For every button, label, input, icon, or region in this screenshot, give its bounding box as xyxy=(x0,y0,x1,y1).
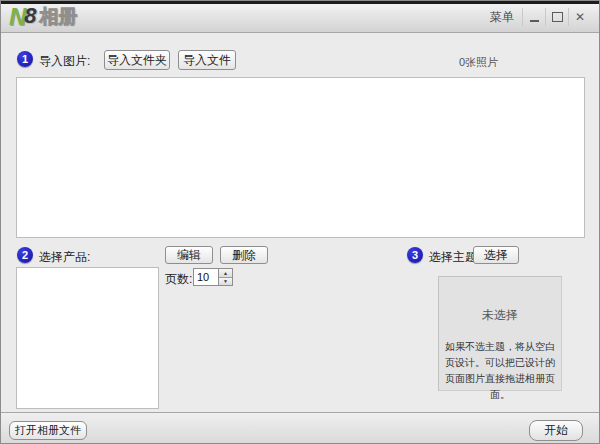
step3-number: 3 xyxy=(412,249,418,261)
close-button[interactable]: ✕ xyxy=(568,8,591,26)
spin-up-icon: ▲ xyxy=(223,270,228,276)
spin-down-icon: ▼ xyxy=(223,278,228,284)
maximize-button[interactable] xyxy=(545,8,568,26)
step2-number: 2 xyxy=(22,249,28,261)
minimize-icon xyxy=(530,20,539,22)
theme-select-button[interactable]: 选择 xyxy=(473,246,519,264)
theme-preview-title: 未选择 xyxy=(439,307,561,324)
pages-value[interactable]: 10 xyxy=(194,269,218,285)
window-controls: 菜单 ✕ xyxy=(482,1,591,33)
close-icon: ✕ xyxy=(575,10,585,24)
pages-spinner: ▲ ▼ xyxy=(218,269,232,285)
import-file-button[interactable]: 导入文件 xyxy=(178,50,236,70)
footer-bar: 打开相册文件 开始 xyxy=(1,412,599,444)
import-images-label: 导入图片: xyxy=(39,53,90,70)
minimize-button[interactable] xyxy=(522,8,545,26)
maximize-icon xyxy=(552,12,563,22)
delete-button[interactable]: 删除 xyxy=(220,246,268,264)
theme-preview-box[interactable]: 未选择 如果不选主题，将从空白页设计。可以把已设计的页面图片直接拖进相册页面。 xyxy=(438,276,562,391)
photo-list-panel[interactable] xyxy=(16,77,585,238)
start-button[interactable]: 开始 xyxy=(529,420,583,441)
import-folder-button[interactable]: 导入文件夹 xyxy=(104,50,170,70)
open-album-file-button[interactable]: 打开相册文件 xyxy=(9,421,87,440)
pages-spinbox[interactable]: 10 ▲ ▼ xyxy=(193,268,233,286)
step3-badge: 3 xyxy=(407,247,423,263)
app-window: N 8 相册 菜单 ✕ 1 导入图片: 导入文件夹 导入文件 0张照片 2 选择… xyxy=(0,0,600,444)
edit-button[interactable]: 编辑 xyxy=(165,246,213,264)
product-list-panel[interactable] xyxy=(16,267,159,409)
spin-up-button[interactable]: ▲ xyxy=(219,269,232,278)
theme-preview-note: 如果不选主题，将从空白页设计。可以把已设计的页面图片直接拖进相册页面。 xyxy=(443,339,557,403)
step1-badge: 1 xyxy=(17,51,33,67)
title-bar: N 8 相册 菜单 ✕ xyxy=(1,1,599,33)
menu-button[interactable]: 菜单 xyxy=(482,7,522,28)
spin-down-button[interactable]: ▼ xyxy=(219,278,232,286)
step1-number: 1 xyxy=(22,53,28,65)
pages-label: 页数: xyxy=(165,271,192,288)
photo-count-label: 0张照片 xyxy=(459,55,498,70)
select-product-label: 选择产品: xyxy=(39,249,90,266)
step2-badge: 2 xyxy=(17,247,33,263)
app-logo: N 8 相册 xyxy=(9,5,78,29)
logo-8: 8 xyxy=(24,5,36,27)
logo-suffix: 相册 xyxy=(40,7,78,26)
